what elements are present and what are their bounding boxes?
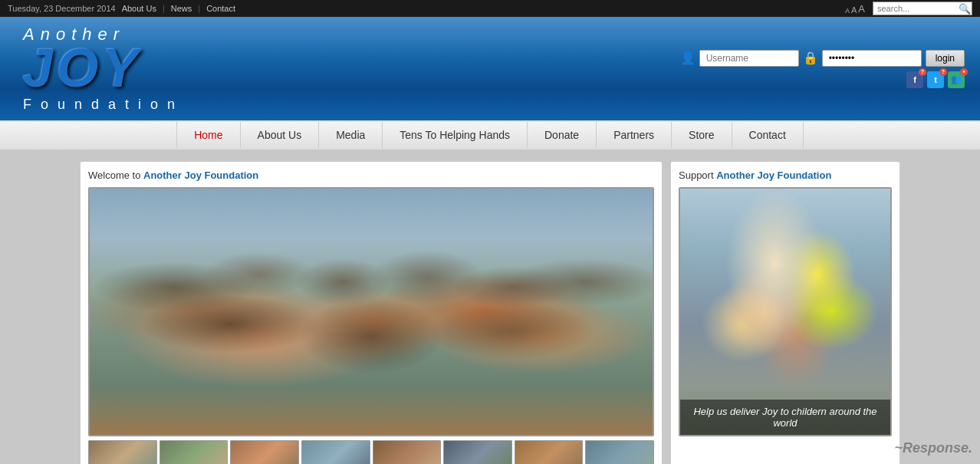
nav-item-store[interactable]: Store <box>672 122 732 148</box>
main-image <box>88 187 654 436</box>
nav-list: Home About Us Media Tens To Helping Hand… <box>176 122 804 148</box>
lock-icon: 🔒 <box>803 51 818 65</box>
share-badge: + <box>960 68 968 76</box>
header-right: 👤 🔒 login f ? t ? 👥 + <box>680 50 965 88</box>
photo-overlay <box>90 189 653 435</box>
thumbnail-1[interactable] <box>88 440 157 464</box>
header: Another JOY Foundation 👤 🔒 login f ? t ?… <box>0 17 980 120</box>
search-button[interactable]: 🔍 <box>959 3 971 15</box>
logo-joy: JOY <box>23 44 142 93</box>
support-panel: Support Another Joy Foundation Help us d… <box>670 161 900 464</box>
twitter-badge: ? <box>939 68 947 76</box>
thumbnail-4[interactable] <box>301 440 370 464</box>
search-input[interactable] <box>873 2 972 15</box>
thumbnail-5[interactable] <box>373 440 442 464</box>
nav-item-contact[interactable]: Contact <box>732 122 804 148</box>
logo-foundation: Foundation <box>23 97 184 113</box>
nav-item-donate[interactable]: Donate <box>528 122 597 148</box>
top-bar-right: A A A 🔍 <box>845 2 972 15</box>
icon-row: f ? t ? 👥 + <box>906 71 965 88</box>
support-heading: Support Another Joy Foundation <box>679 169 892 181</box>
thumbnail-7[interactable] <box>515 440 584 464</box>
main-content: Welcome to Another Joy Foundation Suppor… <box>68 150 912 464</box>
support-photo-bg <box>680 189 890 435</box>
login-button[interactable]: login <box>926 50 965 67</box>
watermark: ~Response. <box>894 440 972 456</box>
thumbnail-6[interactable] <box>443 440 512 464</box>
username-input[interactable] <box>699 50 799 67</box>
main-photo-sim <box>90 189 653 435</box>
password-input[interactable] <box>822 50 922 67</box>
welcome-heading: Welcome to Another Joy Foundation <box>88 169 654 181</box>
facebook-badge: ? <box>919 68 926 76</box>
font-small[interactable]: A <box>845 7 850 15</box>
social-icon-twitter[interactable]: t ? <box>927 71 944 88</box>
support-caption: Help us deliver Joy to childern around t… <box>680 400 890 435</box>
thumbnail-2[interactable] <box>159 440 229 464</box>
user-icon: 👤 <box>680 51 696 65</box>
search-wrapper: 🔍 <box>873 2 972 15</box>
top-bar: Tuesday, 23 December 2014 About Us | New… <box>0 0 980 17</box>
top-bar-left: Tuesday, 23 December 2014 About Us | New… <box>8 4 235 13</box>
topbar-contact-link[interactable]: Contact <box>206 4 235 13</box>
nav-item-tens[interactable]: Tens To Helping Hands <box>383 122 528 148</box>
login-area: 👤 🔒 login <box>680 50 965 67</box>
thumbnail-strip <box>88 440 654 464</box>
nav-item-home[interactable]: Home <box>176 122 240 148</box>
support-image: Help us deliver Joy to childern around t… <box>679 187 892 436</box>
font-medium[interactable]: A <box>851 5 857 15</box>
social-icon-facebook[interactable]: f ? <box>906 71 923 88</box>
nav-item-media[interactable]: Media <box>319 122 383 148</box>
logo-area: Another JOY Foundation <box>15 25 184 113</box>
navigation: Home About Us Media Tens To Helping Hand… <box>0 120 980 150</box>
font-size-controls: A A A <box>845 3 865 15</box>
welcome-panel: Welcome to Another Joy Foundation <box>80 161 663 464</box>
topbar-news-link[interactable]: News <box>171 4 192 13</box>
nav-item-about[interactable]: About Us <box>241 122 320 148</box>
date-label: Tuesday, 23 December 2014 <box>8 4 116 13</box>
thumbnail-8[interactable] <box>585 440 654 464</box>
topbar-about-link[interactable]: About Us <box>122 4 156 13</box>
thumbnail-3[interactable] <box>230 440 299 464</box>
font-large[interactable]: A <box>858 3 865 15</box>
nav-item-partners[interactable]: Partners <box>597 122 672 148</box>
social-icon-share[interactable]: 👥 + <box>948 71 965 88</box>
